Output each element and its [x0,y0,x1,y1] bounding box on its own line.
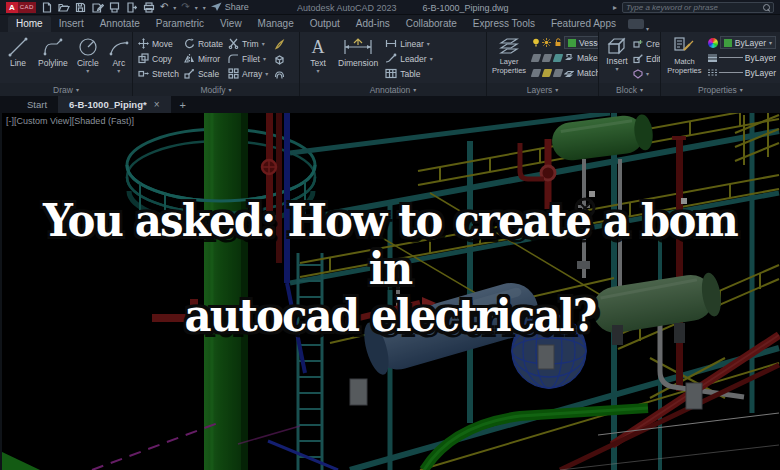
tab-overflow-caret-icon[interactable]: ▾ [646,25,649,32]
layer-tool-icon[interactable] [531,68,540,77]
search-icon[interactable] [763,4,770,11]
tab-insert[interactable]: Insert [51,16,92,32]
viewport-controls-label[interactable]: [-][Custom View][Shaded (Fast)] [6,116,134,126]
tab-collaborate[interactable]: Collaborate [398,16,465,32]
text-dropdown-icon[interactable]: ▾ [316,69,319,74]
panel-properties-label[interactable]: Properties▾ [661,83,780,96]
drawing-viewport[interactable]: [-][Custom View][Shaded (Fast)] You aske… [0,113,780,470]
tab-featured-apps[interactable]: Featured Apps [543,16,624,32]
panel-annotation: A Text ▾ Dimension Linear ▾ Leader [300,32,487,96]
table-button[interactable]: Table [385,67,432,80]
linetype-dropdown[interactable]: ByLayer [708,66,776,79]
panel-modify-label[interactable]: Modify▾ [133,83,299,96]
linear-dimension-button[interactable]: Linear ▾ [385,37,432,50]
tab-overflow-button[interactable] [628,19,644,29]
undo-icon[interactable]: ↶ [160,2,168,12]
text-button[interactable]: A Text ▾ [305,36,331,74]
color-wheel-icon[interactable] [708,38,718,48]
share-button[interactable]: Share [211,2,249,12]
lineweight-dropdown[interactable]: ByLayer [708,51,776,64]
leader-button[interactable]: Leader ▾ [385,52,432,65]
redo-dropdown-icon[interactable]: ▾ [195,4,198,11]
make-current-button[interactable]: Make Current [564,51,599,64]
circle-button[interactable]: Circle ▾ [75,36,101,74]
rotate-button[interactable]: Rotate [184,37,223,50]
polyline-button[interactable]: Polyline [36,36,70,68]
layer-on-bulb-icon[interactable] [531,38,540,47]
lineweight-icon [708,53,717,62]
help-search-box[interactable] [622,2,774,13]
panel-annotation-label[interactable]: Annotation▾ [300,83,486,96]
erase-icon[interactable] [273,38,285,50]
paper-plane-icon [211,2,222,12]
circle-dropdown-icon[interactable]: ▾ [86,69,89,74]
arc-button[interactable]: Arc ▾ [106,36,132,74]
panel-draw: Line Polyline Circle ▾ Arc ▾ [0,32,133,96]
autocad-logo[interactable]: A CAD [6,2,36,13]
tab-manage[interactable]: Manage [250,16,302,32]
search-input[interactable] [626,3,763,12]
save-icon[interactable] [75,1,87,13]
line-icon [7,36,29,58]
new-drawing-tab-button[interactable]: + [171,96,195,113]
line-button[interactable]: Line [5,36,31,68]
close-tab-icon[interactable]: × [154,99,160,110]
open-folder-icon[interactable] [58,1,70,13]
move-button[interactable]: Move [138,37,179,50]
match-layer-button[interactable]: Match Layer [564,66,599,79]
layer-tool-icon[interactable] [531,53,540,62]
edit-block-button[interactable]: Edit [633,52,661,65]
file-tab-start[interactable]: Start [16,96,58,113]
plot-icon[interactable] [109,1,121,13]
panel-block-label[interactable]: Block▾ [599,83,660,96]
undo-dropdown-icon[interactable]: ▾ [173,4,176,11]
explode-icon[interactable] [273,53,285,65]
fillet-button[interactable]: Fillet ▾ [228,52,268,65]
arc-dropdown-icon[interactable]: ▾ [117,69,120,74]
array-button[interactable]: Array ▾ [228,67,268,80]
title-bar: A CAD ↶ ▾ ↷ ▾ ▾ Sha [0,0,780,15]
tab-annotate[interactable]: Annotate [92,16,148,32]
object-color-dropdown[interactable]: ByLayer ▾ [720,36,776,49]
tab-parametric[interactable]: Parametric [148,16,212,32]
layer-freeze-sun-icon[interactable] [542,38,551,47]
match-properties-button[interactable]: Match Properties [665,36,704,75]
tab-home[interactable]: Home [8,16,51,32]
new-file-icon[interactable] [41,1,53,13]
panel-draw-label[interactable]: Draw▾ [0,83,132,96]
layer-dropdown[interactable]: Vessels ▾ [564,36,599,49]
tab-output[interactable]: Output [302,16,348,32]
stretch-button[interactable]: Stretch [138,67,179,80]
redo-icon[interactable]: ↷ [181,2,189,12]
tab-add-ins[interactable]: Add-ins [348,16,398,32]
create-block-button[interactable]: Create [633,37,661,50]
scale-button[interactable]: Scale [184,67,223,80]
dimension-button[interactable]: Dimension [336,36,380,68]
print-icon[interactable] [143,1,155,13]
panel-layers-label[interactable]: Layers▾ [487,83,598,96]
layer-tool-icon[interactable] [553,68,562,77]
layer-tool-icon[interactable] [542,53,551,62]
mirror-button[interactable]: Mirror [184,52,223,65]
share-label: Share [225,2,249,12]
block-attributes-button[interactable]: ▾ [633,67,661,80]
customize-qat-icon[interactable]: ▾ [203,4,206,11]
insert-dropdown-icon[interactable]: ▾ [615,67,618,72]
tab-express-tools[interactable]: Express Tools [465,16,543,32]
file-tab-active-drawing[interactable]: 6-B-1000_Piping* × [58,96,170,113]
layer-tool-icon[interactable] [553,53,562,62]
layer-unlock-icon[interactable] [553,38,562,47]
offset-icon[interactable] [273,68,285,80]
export-icon[interactable] [126,1,138,13]
layer-tool-icon[interactable] [542,68,551,77]
trim-button[interactable]: Trim ▾ [228,37,268,50]
match-properties-icon [673,36,695,56]
bylayer-color-swatch [724,39,732,47]
save-as-icon[interactable] [92,1,104,13]
copy-button[interactable]: Copy [138,52,179,65]
autocad-window: A CAD ↶ ▾ ↷ ▾ ▾ Sha [0,0,780,470]
layer-properties-button[interactable]: Layer Properties [490,36,528,75]
tab-view[interactable]: View [212,16,250,32]
insert-block-button[interactable]: Insert ▾ [604,36,630,72]
search-chevron-icon[interactable]: ▸ [613,3,617,12]
